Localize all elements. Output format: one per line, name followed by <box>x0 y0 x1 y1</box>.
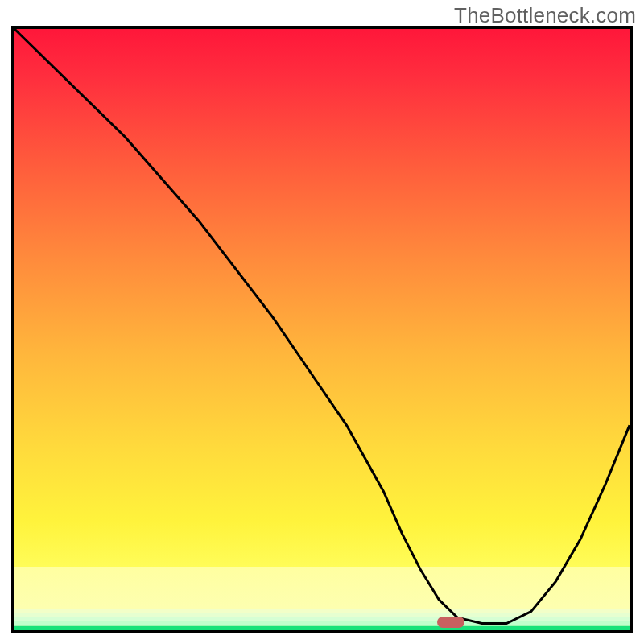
optimal-point-marker <box>437 617 464 628</box>
plot-area <box>11 26 633 633</box>
curve-svg <box>14 29 630 630</box>
bottleneck-curve-path <box>14 29 630 624</box>
chart-canvas: TheBottleneck.com <box>0 0 644 644</box>
watermark-text: TheBottleneck.com <box>454 3 636 28</box>
